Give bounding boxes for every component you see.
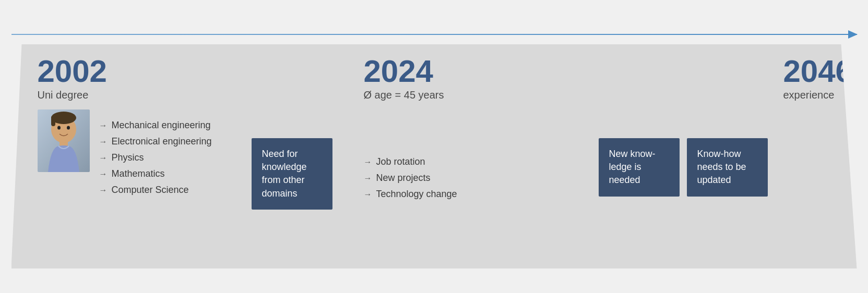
- bullet-list-2024: → Job rotation → New projects → Technolo…: [364, 156, 599, 205]
- bullet-list-2002: → Mechanical engineering → Electronical …: [99, 120, 212, 201]
- col-2002: 2002 Uni degree: [38, 56, 252, 201]
- svg-point-6: [67, 126, 70, 130]
- year-2046-wrap: 2046 experience: [783, 56, 869, 118]
- year-2002: 2002: [38, 56, 252, 87]
- photo-young: [38, 109, 90, 172]
- arrow-icon: →: [364, 174, 372, 183]
- arrow-icon: →: [99, 121, 108, 130]
- list-item: → Computer Science: [99, 185, 212, 196]
- timeline-arrow: [11, 34, 857, 35]
- list-item: → Electronical engineering: [99, 136, 212, 147]
- col-2024: 2024 Ø age = 45 years → Job rotation → N…: [348, 56, 599, 205]
- list-item: → Job rotation: [364, 156, 599, 167]
- arrow-icon: →: [364, 190, 372, 199]
- need-knowledge-box: Need for knowledge from other domains: [252, 138, 332, 210]
- arrow-icon: →: [99, 153, 108, 163]
- year-2046-text-group: 2046 experience: [783, 56, 853, 109]
- list-item: → Technology change: [364, 189, 599, 200]
- arrow-icon: →: [99, 137, 108, 146]
- list-item: → New projects: [364, 173, 599, 184]
- timeline-container: 2002 Uni degree: [11, 25, 857, 268]
- list-item: → Physics: [99, 152, 212, 163]
- arrow-icon: →: [99, 169, 108, 179]
- new-knowledge-box: New know-ledge is needed: [599, 138, 680, 197]
- arrow-icon: →: [364, 157, 372, 167]
- year-2024: 2024: [364, 56, 599, 87]
- knowhow-box: Know-how needs to be updated: [687, 138, 768, 197]
- subtitle-2024: Ø age = 45 years: [364, 89, 599, 101]
- year-2046: 2046: [783, 56, 853, 87]
- svg-point-5: [57, 126, 61, 130]
- list-item: → Mathematics: [99, 168, 212, 179]
- list-item: → Mechanical engineering: [99, 120, 212, 131]
- subtitle-2046: experience: [783, 89, 853, 101]
- subtitle-2002: Uni degree: [38, 89, 252, 101]
- svg-rect-4: [51, 116, 55, 126]
- timeline-banner: 2002 Uni degree: [11, 44, 857, 268]
- arrow-icon: →: [99, 186, 108, 195]
- col-2046: 2046 experience: [768, 56, 869, 118]
